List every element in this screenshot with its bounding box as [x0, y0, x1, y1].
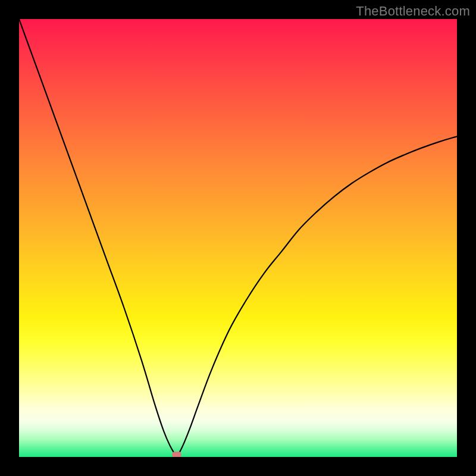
minimum-marker — [172, 452, 181, 457]
curve-path — [19, 19, 457, 457]
chart-frame: TheBottleneck.com — [0, 0, 476, 476]
bottleneck-curve — [19, 19, 457, 457]
watermark-text: TheBottleneck.com — [356, 4, 470, 19]
plot-area — [19, 19, 457, 457]
